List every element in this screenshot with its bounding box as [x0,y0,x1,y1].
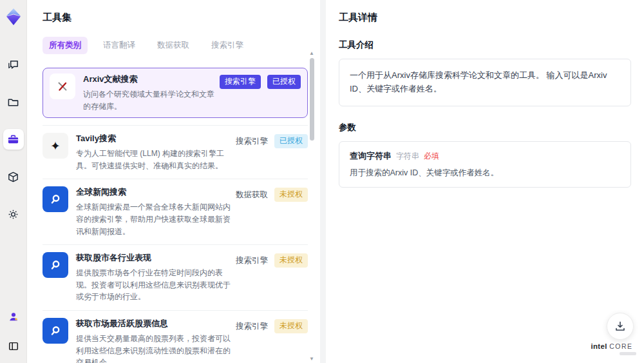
tool-desc: 提供当天交易量最高的股票列表，投资者可以利用这些信息来识别流动性强的股票和潜在的… [76,333,231,363]
tool-list: Arxiv文献搜索 访问各个研究领域大量科学论文和文章的存储库。 搜索引擎 已授… [43,61,308,363]
sidebar-item-tools[interactable] [3,129,24,150]
param-type: 字符串 [396,151,419,162]
auth-status-badge: 已授权 [267,75,301,89]
params-heading: 参数 [339,122,631,133]
download-icon [614,320,627,333]
tool-name: 全球新闻搜索 [76,186,231,198]
news-search-icon [43,186,68,212]
tavily-star-icon: ✦ [43,133,68,159]
tool-name: Arxiv文献搜索 [83,74,214,85]
sidebar [0,0,27,363]
tool-desc: 专为人工智能代理 (LLM) 构建的搜索引擎工具。可快速提供实时、准确和真实的结… [76,148,231,172]
scrollbar-up-arrow[interactable]: ▲ [309,50,314,56]
sidebar-item-plugins[interactable] [3,166,24,187]
gear-icon [7,208,19,221]
list-item[interactable]: 获取市场最活跃股票信息 提供当天交易量最高的股票列表，投资者可以利用这些信息来识… [43,311,308,363]
tab-all-categories[interactable]: 所有类别 [43,37,88,54]
intro-heading: 工具介绍 [339,39,631,51]
tool-detail-panel: 工具详情 工具介绍 一个用于从Arxiv存储库搜索科学论文和文章的工具。 输入可… [326,0,644,363]
param-required-flag: 必填 [424,151,439,162]
tab-language-translation[interactable]: 语言翻译 [97,37,142,54]
scrollbar-thumb[interactable] [310,58,314,141]
panel-toggle-icon [8,340,19,352]
tool-list-panel: 工具集 所有类别 语言翻译 数据获取 搜索引擎 Arxiv文献搜索 [27,0,320,363]
panel-divider [320,0,326,363]
category-label: 搜索引擎 [236,134,268,147]
download-button[interactable] [607,313,634,340]
list-item[interactable]: ✦ Tavily搜索 专为人工智能代理 (LLM) 构建的搜索引擎工具。可快速提… [43,126,308,179]
tab-data-acquisition[interactable]: 数据获取 [151,37,196,54]
page-title: 工具集 [43,12,320,24]
brand-core: CORE [609,342,632,350]
brand-mark [620,352,636,355]
list-item[interactable]: 获取股市各行业表现 提供股票市场各个行业在特定时间段内的表现。投资者可以利用这些… [43,245,308,311]
app-window: 工具集 所有类别 语言翻译 数据获取 搜索引擎 Arxiv文献搜索 [0,0,644,363]
stock-search-icon [43,318,68,344]
auth-status-badge: 未授权 [274,253,308,268]
tool-name: Tavily搜索 [76,133,231,144]
category-label: 搜索引擎 [236,319,268,332]
param-desc: 用于搜索的Arxiv ID、关键字或作者姓名。 [350,168,620,179]
app-logo-icon [5,8,23,26]
list-scrollbar[interactable]: ▲ ▼ [310,54,314,359]
tool-desc: 全球新闻搜索是一个聚合全球各大新闻网站内容的搜索引擎，帮助用户快速获取全球最新资… [76,201,231,237]
stock-search-icon [43,252,68,278]
sidebar-item-chat[interactable] [3,54,24,75]
tool-name: 获取股市各行业表现 [76,252,231,264]
arxiv-icon [50,74,75,99]
category-tabs: 所有类别 语言翻译 数据获取 搜索引擎 [43,37,320,54]
package-icon [7,171,19,183]
list-item[interactable]: Arxiv文献搜索 访问各个研究领域大量科学论文和文章的存储库。 搜索引擎 已授… [43,61,308,126]
category-label: 搜索引擎 [236,253,268,266]
selected-tool-card[interactable]: Arxiv文献搜索 访问各个研究领域大量科学论文和文章的存储库。 搜索引擎 已授… [43,68,308,118]
brand-intel: intel [591,342,607,350]
collapse-sidebar-button[interactable] [3,336,24,357]
scrollbar-down-arrow[interactable]: ▼ [309,356,314,362]
auth-status-badge: 已授权 [274,134,308,148]
param-card: 查询字符串 字符串 必填 用于搜索的Arxiv ID、关键字或作者姓名。 [339,141,631,188]
category-label: 数据获取 [236,188,268,201]
tab-search-engine[interactable]: 搜索引擎 [205,37,250,54]
sidebar-item-account[interactable] [3,306,24,327]
category-badge: 搜索引擎 [220,75,261,89]
user-icon [8,311,19,322]
auth-status-badge: 未授权 [274,188,308,202]
chat-icon [7,59,19,71]
auth-status-badge: 未授权 [274,319,308,333]
sidebar-item-settings[interactable] [3,204,24,224]
param-name: 查询字符串 [350,150,392,162]
intro-box: 一个用于从Arxiv存储库搜索科学论文和文章的工具。 输入可以是Arxiv ID… [339,59,631,106]
toolbox-icon [7,133,19,146]
list-item[interactable]: 全球新闻搜索 全球新闻搜索是一个聚合全球各大新闻网站内容的搜索引擎，帮助用户快速… [43,179,308,245]
folder-icon [7,96,19,108]
detail-title: 工具详情 [339,12,631,24]
tool-desc: 提供股票市场各个行业在特定时间段内的表现。投资者可以利用这些信息来识别表现优于或… [76,267,231,303]
tool-desc: 访问各个研究领域大量科学论文和文章的存储库。 [83,88,214,112]
intel-core-logo: intel CORE [587,342,636,355]
tool-name: 获取市场最活跃股票信息 [76,318,231,329]
sidebar-item-files[interactable] [3,92,24,112]
